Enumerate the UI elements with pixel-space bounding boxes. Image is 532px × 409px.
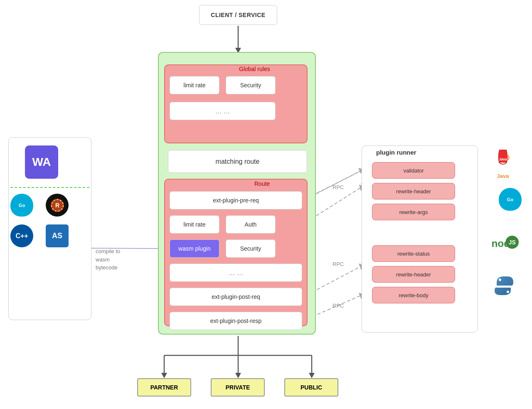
plugin-runner-label: plugin runner <box>376 149 416 156</box>
rust-icon: R <box>46 194 69 217</box>
route-label: Route <box>254 180 270 187</box>
svg-text:JS: JS <box>509 239 516 246</box>
matching-route-box: matching route <box>168 150 307 173</box>
ext-plugin-pre-req: ext-plugin-pre-req <box>170 191 302 209</box>
go-gopher-right-icon: Go <box>499 188 522 211</box>
rewrite-status-box: rewrite-status <box>372 245 455 262</box>
svg-text:R: R <box>55 202 59 209</box>
rewrite-header-box1: rewrite-header <box>372 183 455 200</box>
security-route: Security <box>226 239 276 258</box>
compile-text: compile towasmbytecode <box>96 247 120 272</box>
limit-rate-route: limit rate <box>170 215 219 234</box>
go-icon: Go <box>10 194 33 217</box>
cpp-icon: C++ <box>10 224 33 247</box>
svg-point-31 <box>507 291 509 293</box>
client-service-box: CLIENT / SERVICE <box>199 5 277 25</box>
wa-badge: WA <box>25 145 58 179</box>
svg-point-30 <box>499 278 501 281</box>
rewrite-body-box: rewrite-body <box>372 287 455 303</box>
java-icon: Java Java <box>493 146 513 179</box>
global-rules-label: Global rules <box>239 66 270 72</box>
security-global: Security <box>226 76 276 94</box>
wasm-plugin-route: wasm plugin <box>170 239 219 258</box>
private-box: PRIVATE <box>211 378 265 397</box>
ext-plugin-post-resp: ext-plugin-post-resp <box>170 312 302 330</box>
rewrite-header-box2: rewrite-header <box>372 266 455 283</box>
public-box: PUBLIC <box>284 378 338 397</box>
validator-box: validator <box>372 162 455 179</box>
dots-global: ... ... <box>170 102 276 120</box>
ext-plugin-post-req: ext-plugin-post-req <box>170 288 302 306</box>
auth-route: Auth <box>226 215 276 234</box>
dashed-separator <box>10 187 89 188</box>
python-icon <box>493 274 515 299</box>
limit-rate-global: limit rate <box>170 76 219 94</box>
partner-box: PARTNER <box>137 378 191 397</box>
svg-text:Java: Java <box>499 157 507 161</box>
as-icon: AS <box>46 224 69 247</box>
rewrite-args-box: rewrite-args <box>372 204 455 220</box>
nodejs-icon: node JS <box>490 233 519 257</box>
dots-route: ... ... <box>170 264 302 282</box>
